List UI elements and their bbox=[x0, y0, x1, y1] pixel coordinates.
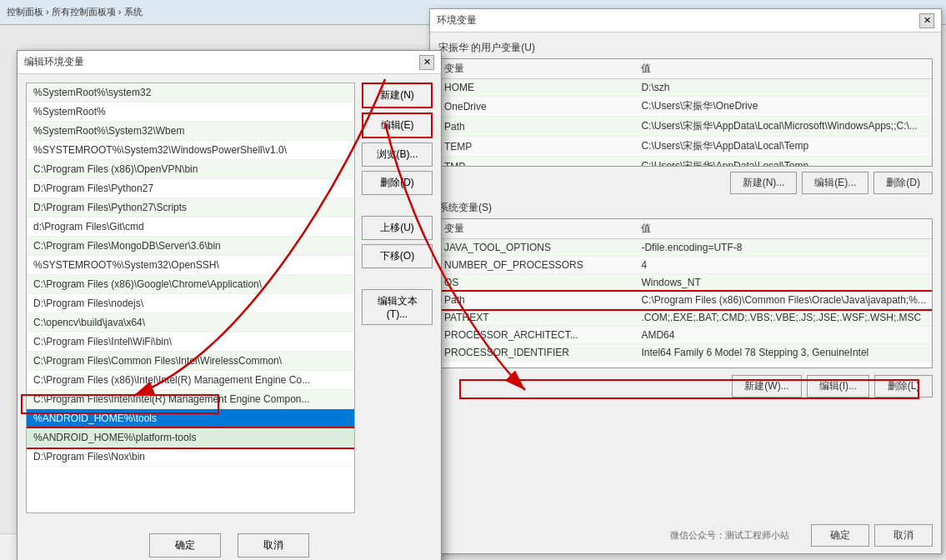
edit-movedown-button[interactable]: 下移(O) bbox=[362, 244, 433, 268]
list-item[interactable]: %ANDROID_HOME%\platform-tools bbox=[27, 428, 354, 448]
list-item[interactable]: C:\Program Files\MongoDB\Server\3.6\bin bbox=[27, 237, 354, 256]
user-var-row[interactable]: PathC:\Users\宋振华\AppData\Local\Microsoft… bbox=[439, 117, 932, 137]
list-item[interactable]: D:\Program Files\nodejs\ bbox=[27, 294, 354, 313]
list-item[interactable]: d:\Program Files\Git\cmd bbox=[27, 218, 354, 237]
list-item[interactable]: C:\Program Files (x86)\OpenVPN\bin bbox=[27, 160, 354, 179]
wechat-note: 微信公众号：测试工程师小站 bbox=[670, 529, 789, 542]
user-vars-table: 变量 值 HOMED:\szhOneDriveC:\Users\宋振华\OneD… bbox=[439, 59, 932, 167]
edit-confirm-button[interactable]: 确定 bbox=[149, 533, 221, 558]
edit-dialog-body: %SystemRoot%\system32%SystemRoot%%System… bbox=[18, 74, 441, 560]
list-item[interactable]: C:\Program Files\Intel\Intel(R) Manageme… bbox=[27, 390, 354, 409]
system-vars-container: 变量 值 JAVA_TOOL_OPTIONS-Dfile.encoding=UT… bbox=[438, 218, 933, 368]
user-delete-button[interactable]: 删除(D) bbox=[873, 172, 933, 194]
sys-var-row[interactable]: PATHEXT.COM;.EXE;.BAT;.CMD;.VBS;.VBE;.JS… bbox=[439, 309, 932, 327]
list-item[interactable]: C:\Program Files\Intel\WiFi\bin\ bbox=[27, 332, 354, 352]
edit-delete-button[interactable]: 删除(D) bbox=[362, 171, 433, 195]
env-dialog-body: 宋振华 的用户变量(U) 变量 值 HOMED:\szhOneDriveC:\U… bbox=[430, 32, 941, 412]
edit-edit-button[interactable]: 编辑(E) bbox=[362, 112, 433, 138]
user-vars-container: 变量 值 HOMED:\szhOneDriveC:\Users\宋振华\OneD… bbox=[438, 58, 933, 167]
edit-cancel-button[interactable]: 取消 bbox=[238, 533, 309, 558]
env-dialog-footer: 微信公众号：测试工程师小站 确定 取消 bbox=[670, 524, 933, 547]
env-dialog-titlebar: 环境变量 ✕ bbox=[430, 9, 941, 32]
list-item[interactable]: %SystemRoot%\system32 bbox=[27, 83, 354, 102]
list-item[interactable]: %SystemRoot% bbox=[27, 102, 354, 122]
user-var-row[interactable]: TEMPC:\Users\宋振华\AppData\Local\Temp bbox=[439, 137, 932, 157]
sys-var-row[interactable]: PROCESSOR_IDENTIFIERIntel64 Family 6 Mod… bbox=[439, 344, 932, 362]
sys-var-row[interactable]: NUMBER_OF_PROCESSORS4 bbox=[439, 257, 932, 274]
system-vars-table: 变量 值 JAVA_TOOL_OPTIONS-Dfile.encoding=UT… bbox=[439, 219, 932, 362]
list-item[interactable]: C:\Program Files (x86)\Google\Chrome\App… bbox=[27, 275, 354, 294]
list-item[interactable]: C:\opencv\build\java\x64\ bbox=[27, 313, 354, 332]
sys-var-row[interactable]: PathC:\Program Files (x86)\Common Files\… bbox=[439, 292, 932, 309]
list-item[interactable]: C:\Program Files (x86)\Intel\Intel(R) Ma… bbox=[27, 371, 354, 390]
sys-edit-button[interactable]: 编辑(I)... bbox=[807, 375, 869, 398]
sys-new-button[interactable]: 新建(W)... bbox=[732, 375, 801, 398]
sys-var-row[interactable]: PROCESSOR_ARCHITECT...AMD64 bbox=[439, 327, 932, 344]
user-val-header: 值 bbox=[636, 59, 932, 79]
path-list-container: %SystemRoot%\system32%SystemRoot%%System… bbox=[26, 82, 355, 513]
path-list: %SystemRoot%\system32%SystemRoot%%System… bbox=[27, 83, 354, 467]
env-cancel-button[interactable]: 取消 bbox=[874, 524, 933, 547]
env-dialog-title: 环境变量 bbox=[437, 13, 477, 28]
sys-var-row[interactable]: JAVA_TOOL_OPTIONS-Dfile.encoding=UTF-8 bbox=[439, 239, 932, 257]
edit-dialog: 编辑环境变量 ✕ %SystemRoot%\system32%SystemRoo… bbox=[17, 50, 442, 560]
list-item[interactable]: %ANDROID_HOME%\tools bbox=[27, 409, 354, 428]
user-var-row[interactable]: HOMED:\szh bbox=[439, 79, 932, 97]
edit-new-button[interactable]: 新建(N) bbox=[362, 82, 433, 108]
system-section-title: 系统变量(S) bbox=[438, 201, 933, 215]
edit-moveup-button[interactable]: 上移(U) bbox=[362, 216, 433, 240]
edit-dialog-titlebar: 编辑环境变量 ✕ bbox=[18, 51, 441, 74]
env-close-button[interactable]: ✕ bbox=[919, 13, 934, 28]
list-item[interactable]: %SYSTEMROOT%\System32\WindowsPowerShell\… bbox=[27, 141, 354, 160]
sys-delete-button[interactable]: 删除(L) bbox=[874, 375, 933, 398]
sys-var-header: 变量 bbox=[439, 219, 636, 239]
user-section-title: 宋振华 的用户变量(U) bbox=[438, 41, 933, 55]
edit-edittext-button[interactable]: 编辑文本(T)... bbox=[362, 289, 433, 325]
list-item[interactable]: D:\Program Files\Python27 bbox=[27, 179, 354, 198]
edit-side-buttons: 新建(N) 编辑(E) 浏览(B)... 删除(D) 上移(U) 下移(O) 编… bbox=[362, 82, 433, 520]
list-item[interactable]: D:\Program Files\Nox\bin bbox=[27, 448, 354, 467]
user-edit-button[interactable]: 编辑(E)... bbox=[802, 172, 868, 194]
user-var-row[interactable]: TMPC:\Users\宋振华\AppData\Local\Temp bbox=[439, 157, 932, 168]
edit-browse-button[interactable]: 浏览(B)... bbox=[362, 142, 433, 167]
list-item[interactable]: D:\Program Files\Python27\Scripts bbox=[27, 198, 354, 218]
sys-var-row[interactable]: OSWindows_NT bbox=[439, 274, 932, 292]
list-item[interactable]: %SYSTEMROOT%\System32\OpenSSH\ bbox=[27, 256, 354, 275]
edit-dialog-title: 编辑环境变量 bbox=[24, 55, 84, 69]
edit-dialog-footer: 确定 取消 bbox=[26, 527, 433, 558]
user-var-row[interactable]: OneDriveC:\Users\宋振华\OneDrive bbox=[439, 97, 932, 117]
edit-close-button[interactable]: ✕ bbox=[419, 55, 434, 70]
user-new-button[interactable]: 新建(N)... bbox=[730, 172, 798, 194]
list-item[interactable]: %SystemRoot%\System32\Wbem bbox=[27, 122, 354, 141]
sys-val-header: 值 bbox=[636, 219, 932, 239]
list-item[interactable]: C:\Program Files\Common Files\Intel\Wire… bbox=[27, 352, 354, 371]
env-confirm-button[interactable]: 确定 bbox=[811, 524, 869, 547]
user-var-header: 变量 bbox=[439, 59, 636, 79]
user-var-buttons: 新建(N)... 编辑(E)... 删除(D) bbox=[438, 172, 933, 194]
sys-var-buttons: 新建(W)... 编辑(I)... 删除(L) bbox=[438, 375, 933, 398]
breadcrumb: 控制面板 › 所有控制面板项 › 系统 bbox=[7, 6, 143, 18]
env-dialog: 环境变量 ✕ 宋振华 的用户变量(U) 变量 值 HOMED:\szhOneDr… bbox=[429, 8, 942, 554]
